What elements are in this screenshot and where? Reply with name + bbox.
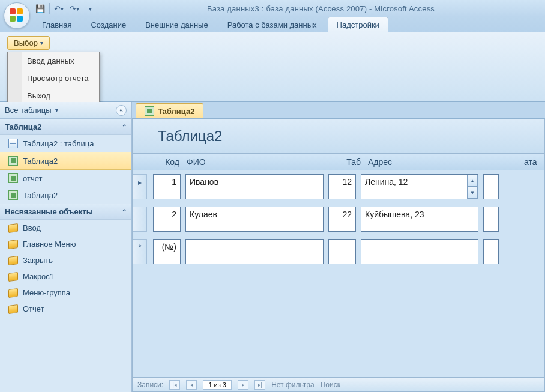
column-headers: Код ФИО Таб Адрес ата bbox=[133, 154, 544, 170]
save-button[interactable]: 💾 bbox=[34, 2, 47, 15]
cell-addr-value: Ленина, 12 bbox=[365, 177, 408, 187]
tab-home[interactable]: Главная bbox=[34, 17, 80, 32]
col-header-ata[interactable]: ата bbox=[520, 157, 544, 167]
choice-dropdown-button[interactable]: Выбор ▾ bbox=[7, 36, 50, 50]
nav-item-label: отчет bbox=[23, 174, 42, 183]
row-selector[interactable] bbox=[133, 207, 147, 232]
nav-item-label: Меню-группа bbox=[23, 288, 70, 297]
save-icon: 💾 bbox=[35, 4, 45, 13]
macro-icon bbox=[8, 239, 18, 249]
tab-create[interactable]: Создание bbox=[82, 17, 134, 32]
nav-prev-button[interactable]: ◂ bbox=[186, 380, 197, 390]
cell-addr[interactable]: Ленина, 12 ▲ ▼ bbox=[361, 174, 478, 199]
spin-down-button[interactable]: ▼ bbox=[467, 187, 478, 199]
group-collapse-icon: ⌃ bbox=[122, 208, 127, 215]
row-selector[interactable]: ▸ bbox=[133, 174, 147, 199]
macro-icon bbox=[8, 288, 18, 297]
macro-icon bbox=[8, 255, 18, 265]
macro-icon bbox=[8, 223, 18, 232]
nav-item-table2-form[interactable]: Таблица2 bbox=[0, 152, 131, 170]
record-position-input[interactable] bbox=[203, 380, 232, 390]
cell-ata[interactable] bbox=[483, 174, 499, 199]
choice-button-label: Выбор bbox=[14, 38, 38, 47]
menu-item-view-report[interactable]: Просмотр отчета bbox=[8, 70, 99, 87]
col-header-id[interactable]: Код bbox=[147, 157, 183, 167]
spin-control: ▲ ▼ bbox=[467, 175, 478, 199]
nav-next-button[interactable]: ▸ bbox=[238, 380, 248, 390]
data-rows: ▸ 1 Иванов 12 Ленина, 12 ▲ ▼ bbox=[133, 170, 544, 268]
undo-icon: ↶ bbox=[54, 4, 61, 13]
nav-item-table2-table[interactable]: Таблица2 : таблица bbox=[0, 135, 131, 152]
redo-button[interactable]: ↷▾ bbox=[68, 2, 81, 15]
nav-first-button[interactable]: |◂ bbox=[169, 380, 180, 390]
data-row: 2 Кулаев 22 Куйбышева, 23 bbox=[133, 203, 544, 235]
cell-id[interactable]: 1 bbox=[153, 174, 181, 199]
col-header-tab[interactable]: Таб bbox=[332, 157, 364, 167]
macro-icon bbox=[8, 304, 18, 313]
cell-fio[interactable]: Иванов bbox=[185, 174, 324, 199]
qat-separator bbox=[49, 3, 50, 14]
tab-external-data[interactable]: Внешние данные bbox=[137, 17, 217, 32]
document-tab-strip: Таблица2 bbox=[132, 102, 545, 119]
office-button[interactable] bbox=[4, 2, 30, 29]
content-area: Таблица2 Таблица2 Код ФИО Таб Адрес ата … bbox=[132, 102, 545, 392]
nav-item-table2-form-2[interactable]: Таблица2 bbox=[0, 187, 131, 204]
qat-customize[interactable]: ▾ bbox=[83, 2, 97, 15]
collapse-pane-button[interactable]: « bbox=[116, 105, 127, 116]
no-filter-label: Нет фильтра bbox=[271, 381, 315, 389]
nav-item-report[interactable]: отчет bbox=[0, 170, 131, 187]
data-row: ▸ 1 Иванов 12 Ленина, 12 ▲ ▼ bbox=[133, 170, 544, 203]
document-body: Таблица2 Код ФИО Таб Адрес ата ▸ 1 Ивано… bbox=[132, 119, 545, 392]
form-icon bbox=[8, 190, 18, 200]
nav-header-label: Все таблицы bbox=[5, 106, 52, 115]
nav-group-title-table2[interactable]: Таблица2 ⌃ bbox=[0, 119, 131, 135]
nav-item-label: Макрос1 bbox=[23, 272, 54, 281]
nav-item-label: Отчет bbox=[23, 304, 44, 313]
chevron-down-icon: ▾ bbox=[40, 40, 43, 46]
cell-id[interactable]: 2 bbox=[153, 207, 181, 232]
work-area: Все таблицы ▾ « Таблица2 ⌃ Таблица2 : та… bbox=[0, 102, 545, 392]
nav-item-macro-report[interactable]: Отчет bbox=[0, 301, 131, 317]
undo-button[interactable]: ↶▾ bbox=[52, 2, 65, 15]
nav-item-label: Таблица2 bbox=[23, 191, 58, 200]
redo-icon: ↷ bbox=[70, 4, 76, 13]
cell-addr[interactable] bbox=[361, 239, 478, 264]
col-header-fio[interactable]: ФИО bbox=[183, 157, 332, 167]
cell-ata[interactable] bbox=[483, 239, 499, 264]
nav-item-label: Закрыть bbox=[23, 256, 53, 265]
tab-database-tools[interactable]: Работа с базами данных bbox=[219, 17, 325, 32]
nav-group-title-unrelated[interactable]: Несвязанные объекты ⌃ bbox=[0, 204, 131, 220]
app-title: База данных3 : база данных (Access 2007)… bbox=[97, 4, 545, 13]
spin-up-button[interactable]: ▲ bbox=[467, 175, 478, 187]
menu-item-input-data[interactable]: Ввод данных bbox=[8, 52, 99, 70]
col-header-addr[interactable]: Адрес bbox=[364, 157, 490, 167]
record-navigator: Записи: |◂ ◂ ▸ ▸| Нет фильтра Поиск bbox=[133, 377, 544, 391]
row-selector-new[interactable]: * bbox=[133, 239, 147, 264]
macro-icon bbox=[8, 271, 18, 281]
office-logo-icon bbox=[10, 8, 24, 23]
title-bar: 💾 ↶▾ ↷▾ ▾ База данных3 : база данных (Ac… bbox=[0, 0, 545, 17]
chevron-down-icon: ▾ bbox=[76, 5, 79, 12]
cell-tab[interactable]: 12 bbox=[328, 174, 356, 199]
cell-tab[interactable] bbox=[328, 239, 356, 264]
form-icon bbox=[8, 173, 18, 183]
cell-fio[interactable] bbox=[185, 239, 324, 264]
cell-fio[interactable]: Кулаев bbox=[185, 207, 324, 232]
cell-ata[interactable] bbox=[483, 207, 499, 232]
nav-item-macro-menu-group[interactable]: Меню-группа bbox=[0, 285, 131, 301]
nav-group-label: Несвязанные объекты bbox=[5, 207, 93, 216]
nav-item-macro-input[interactable]: Ввод bbox=[0, 220, 131, 236]
cell-tab[interactable]: 22 bbox=[328, 207, 356, 232]
records-label: Записи: bbox=[137, 381, 163, 389]
nav-item-label: Главное Меню bbox=[23, 240, 76, 249]
nav-item-macro-macro1[interactable]: Макрос1 bbox=[0, 268, 131, 285]
document-tab-table2[interactable]: Таблица2 bbox=[136, 103, 203, 118]
nav-last-button[interactable]: ▸| bbox=[254, 380, 265, 390]
nav-item-macro-main-menu[interactable]: Главное Меню bbox=[0, 236, 131, 252]
tab-addins[interactable]: Надстройки bbox=[328, 17, 388, 32]
form-icon bbox=[145, 106, 154, 116]
nav-item-macro-close[interactable]: Закрыть bbox=[0, 252, 131, 268]
cell-id[interactable]: (№) bbox=[153, 239, 181, 264]
nav-header[interactable]: Все таблицы ▾ « bbox=[0, 102, 131, 119]
cell-addr[interactable]: Куйбышева, 23 bbox=[361, 207, 478, 232]
